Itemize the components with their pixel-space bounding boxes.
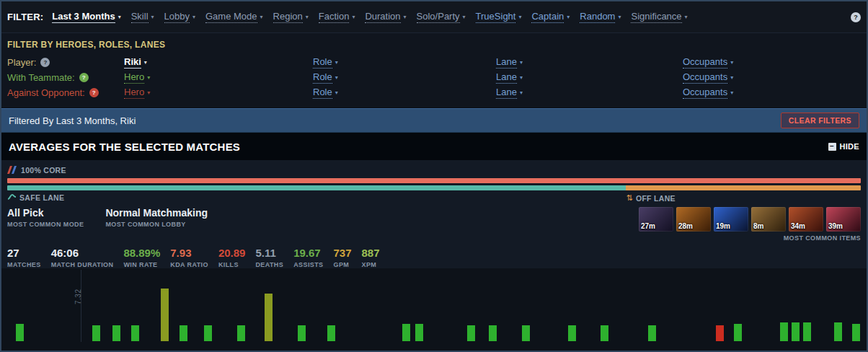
teammate-lane-dropdown[interactable]: Lane▾ [496, 71, 523, 84]
match-bar[interactable] [92, 325, 100, 341]
filter-dropdown-duration[interactable]: Duration▾ [365, 11, 406, 23]
filter-dropdown-significance-label: Significance [631, 11, 681, 23]
teammate-hero-dropdown-label: Hero [124, 71, 144, 84]
off-lane-icon: ⇅ [626, 193, 633, 203]
match-bar[interactable] [780, 322, 788, 341]
item-purchase-time: 39m [828, 222, 843, 230]
stat-kills: 20.89KILLS [218, 247, 246, 268]
match-bar[interactable] [131, 325, 139, 341]
filter-dropdown-game-mode[interactable]: Game Mode▾ [205, 11, 263, 23]
filter-dropdown-skill[interactable]: Skill▾ [131, 11, 154, 23]
opponent-role-dropdown[interactable]: Role▾ [313, 87, 338, 99]
item-icon-2[interactable]: 28m [676, 207, 711, 232]
core-row: 100% CORE [7, 164, 861, 175]
teammate-occupants-dropdown[interactable]: Occupants▾ [683, 71, 733, 84]
chevron-down-icon: ▾ [335, 59, 338, 66]
safe-lane-bar [7, 185, 626, 190]
item-icon-6[interactable]: 39m [826, 207, 861, 232]
hide-button[interactable]: − HIDE [828, 142, 859, 151]
stats-row: 27MATCHES46:06MATCH DURATION88.89%WIN RA… [7, 247, 861, 268]
hero-filter-rows: Player:?Riki▾Role▾Lane▾Occupants▾With Te… [7, 55, 861, 100]
stat-value: 5.11 [255, 247, 283, 259]
item-icon-3[interactable]: 19m [714, 207, 748, 232]
match-bar[interactable] [522, 325, 530, 341]
match-bar[interactable] [834, 322, 842, 341]
player-lane-dropdown-label: Lane [496, 56, 517, 69]
match-bar[interactable] [734, 324, 742, 341]
match-bar[interactable] [467, 325, 475, 341]
opponent-help-icon[interactable]: ? [89, 88, 99, 97]
chevron-down-icon: ▾ [151, 14, 154, 20]
match-bar[interactable] [852, 324, 860, 341]
filter-dropdown-truesight[interactable]: TrueSight▾ [476, 11, 522, 23]
averages-header: AVERAGES FOR THE SELECTED MATCHES − HIDE [1, 133, 867, 160]
safe-lane-icon [7, 193, 17, 202]
teammate-hero-dropdown[interactable]: Hero▾ [124, 71, 150, 84]
match-bar[interactable] [792, 322, 800, 341]
match-bar[interactable] [298, 325, 306, 341]
opponent-occupants-dropdown-label: Occupants [683, 87, 727, 99]
chevron-down-icon: ▾ [463, 14, 466, 20]
match-bar[interactable] [161, 289, 169, 341]
chevron-down-icon: ▾ [144, 59, 147, 66]
common-label: MOST COMMON MODE [7, 221, 84, 228]
clear-filters-button[interactable]: CLEAR FILTERS [781, 113, 859, 128]
filter-dropdown-last-3-months[interactable]: Last 3 Months▾ [52, 11, 120, 23]
teammate-role-dropdown[interactable]: Role▾ [313, 71, 338, 84]
match-bar[interactable] [180, 325, 187, 341]
stat-value: 20.89 [218, 247, 246, 259]
stat-value: 88.89% [123, 247, 160, 259]
chevron-down-icon: ▾ [335, 74, 338, 81]
match-bar[interactable] [803, 322, 811, 341]
item-icon-4[interactable]: 8m [751, 207, 786, 232]
match-bar[interactable] [716, 325, 724, 341]
item-icon-5[interactable]: 34m [789, 207, 823, 232]
player-hero-dropdown[interactable]: Riki▾ [124, 56, 147, 69]
teammate-help-icon[interactable]: ? [79, 73, 89, 82]
item-icon-1[interactable]: 27m [639, 207, 673, 232]
match-bar[interactable] [237, 325, 245, 341]
player-help-icon[interactable]: ? [40, 58, 50, 67]
stat-value: 19.67 [293, 247, 323, 259]
common-label: MOST COMMON LOBBY [105, 221, 208, 228]
common-value: Normal Matchmaking [105, 207, 208, 219]
item-purchase-time: 19m [716, 222, 730, 230]
opponent-hero-dropdown[interactable]: Hero▾ [124, 87, 150, 99]
teammate-label: With Teammate: [7, 72, 75, 83]
filter-dropdown-faction[interactable]: Faction▾ [319, 11, 355, 23]
stat-label: ASSISTS [293, 261, 323, 268]
filter-dropdown-solo-party[interactable]: Solo/Party▾ [417, 11, 466, 23]
match-bar[interactable] [489, 325, 497, 341]
opponent-occupants-dropdown[interactable]: Occupants▾ [683, 87, 733, 99]
match-bar[interactable] [204, 325, 212, 341]
most-common-items: 27m28m19m8m34m39m [639, 207, 861, 232]
player-occupants-dropdown[interactable]: Occupants▾ [683, 56, 733, 69]
player-role-dropdown[interactable]: Role▾ [313, 56, 338, 69]
stat-value: 27 [7, 247, 41, 259]
filter-dropdown-lobby[interactable]: Lobby▾ [164, 11, 195, 23]
match-bar[interactable] [648, 325, 656, 341]
opponent-label: Against Opponent: [7, 87, 85, 98]
chevron-down-icon: ▾ [730, 59, 733, 66]
match-bar[interactable] [415, 324, 423, 341]
items-wrap: 27m28m19m8m34m39m MOST COMMON ITEMS [639, 207, 861, 242]
off-lane-label: ⇅ OFF LANE [626, 193, 675, 203]
filter-dropdown-random[interactable]: Random▾ [580, 11, 621, 23]
core-percentage-bar [7, 178, 861, 183]
match-bar[interactable] [16, 324, 24, 341]
match-bar[interactable] [112, 325, 120, 341]
match-bar[interactable] [327, 325, 335, 341]
opponent-role-dropdown-label: Role [313, 87, 332, 99]
opponent-lane-dropdown[interactable]: Lane▾ [496, 87, 523, 99]
match-bar[interactable] [601, 325, 608, 341]
filter-dropdown-significance[interactable]: Significance▾ [631, 11, 687, 23]
filter-dropdown-captain[interactable]: Captain▾ [531, 11, 570, 23]
match-bar[interactable] [402, 324, 410, 341]
player-lane-dropdown[interactable]: Lane▾ [496, 56, 523, 69]
match-bar[interactable] [265, 294, 273, 341]
filter-dropdown-last-3-months-label: Last 3 Months [52, 11, 115, 23]
filter-dropdown-region[interactable]: Region▾ [273, 11, 309, 23]
match-bar[interactable] [568, 325, 576, 341]
filtered-banner: Filtered By Last 3 Months, Riki CLEAR FI… [1, 108, 867, 133]
filter-help-icon[interactable]: ? [851, 12, 861, 22]
